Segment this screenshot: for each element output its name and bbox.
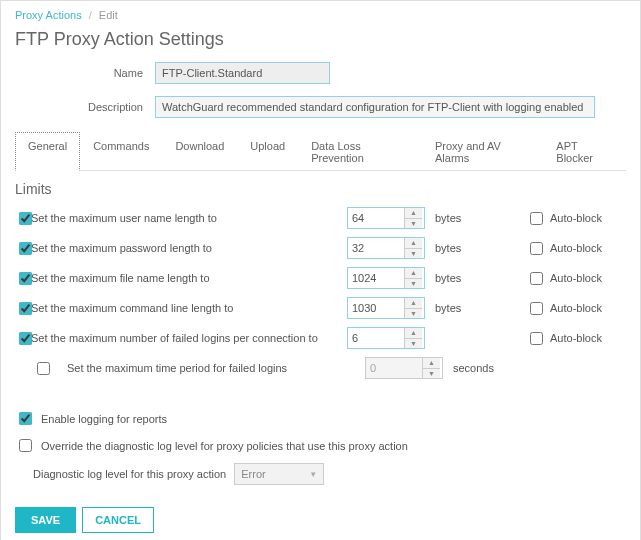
limit-label: Set the maximum file name length to bbox=[31, 272, 347, 284]
limit-label: Set the maximum user name length to bbox=[31, 212, 347, 224]
enable-logging-checkbox[interactable] bbox=[19, 412, 32, 425]
log-level-row: Diagnostic log level for this proxy acti… bbox=[33, 463, 626, 485]
limit-value-input[interactable] bbox=[348, 208, 404, 228]
autoblock-cell: Auto-block bbox=[526, 269, 626, 288]
limit-value-input[interactable] bbox=[348, 268, 404, 288]
description-input[interactable] bbox=[155, 96, 595, 118]
spinner-up-icon[interactable]: ▲ bbox=[405, 238, 422, 249]
spinner-up-icon[interactable]: ▲ bbox=[405, 328, 422, 339]
limit-unit: seconds bbox=[445, 362, 505, 374]
limit-value-input bbox=[366, 358, 422, 378]
cancel-button[interactable]: CANCEL bbox=[82, 507, 154, 533]
spinner-up-icon[interactable]: ▲ bbox=[405, 298, 422, 309]
limit-row: Set the maximum user name length to▲▼byt… bbox=[15, 203, 626, 233]
autoblock-checkbox[interactable] bbox=[530, 302, 543, 315]
page-container: Proxy Actions / Edit FTP Proxy Action Se… bbox=[0, 0, 641, 540]
spinner-up-icon: ▲ bbox=[423, 358, 440, 369]
autoblock-cell: Auto-block bbox=[526, 299, 626, 318]
limit-label: Set the maximum time period for failed l… bbox=[67, 362, 365, 374]
limit-row: Set the maximum password length to▲▼byte… bbox=[15, 233, 626, 263]
limit-value-input[interactable] bbox=[348, 298, 404, 318]
enable-logging-label: Enable logging for reports bbox=[41, 413, 167, 425]
tab-apt-blocker[interactable]: APT Blocker bbox=[543, 132, 626, 171]
name-input[interactable] bbox=[155, 62, 330, 84]
limit-unit: bytes bbox=[427, 242, 487, 254]
breadcrumb-link[interactable]: Proxy Actions bbox=[15, 9, 82, 21]
tab-commands[interactable]: Commands bbox=[80, 132, 162, 171]
limit-spinner[interactable]: ▲▼ bbox=[347, 267, 425, 289]
override-log-checkbox[interactable] bbox=[19, 439, 32, 452]
limit-value-input[interactable] bbox=[348, 238, 404, 258]
limit-label: Set the maximum command line length to bbox=[31, 302, 347, 314]
limit-label: Set the maximum number of failed logins … bbox=[31, 332, 347, 344]
limit-checkbox[interactable] bbox=[37, 362, 50, 375]
chevron-down-icon: ▼ bbox=[309, 470, 317, 479]
autoblock-cell: Auto-block bbox=[526, 329, 626, 348]
breadcrumb-sep: / bbox=[89, 9, 92, 21]
log-level-value: Error bbox=[241, 468, 265, 480]
limit-row: Set the maximum file name length to▲▼byt… bbox=[15, 263, 626, 293]
limit-row: Set the maximum number of failed logins … bbox=[15, 323, 626, 353]
autoblock-label: Auto-block bbox=[550, 242, 602, 254]
limits-list: Set the maximum user name length to▲▼byt… bbox=[15, 203, 626, 383]
description-label: Description bbox=[15, 101, 155, 113]
description-row: Description bbox=[15, 96, 626, 118]
limit-spinner[interactable]: ▲▼ bbox=[347, 207, 425, 229]
page-title: FTP Proxy Action Settings bbox=[15, 29, 626, 50]
limit-unit: bytes bbox=[427, 212, 487, 224]
tab-general[interactable]: General bbox=[15, 132, 80, 171]
log-level-select[interactable]: Error ▼ bbox=[234, 463, 324, 485]
spinner-down-icon[interactable]: ▼ bbox=[405, 249, 422, 259]
tab-proxy-and-av-alarms[interactable]: Proxy and AV Alarms bbox=[422, 132, 543, 171]
limit-row: Set the maximum command line length to▲▼… bbox=[15, 293, 626, 323]
enable-logging-row: Enable logging for reports bbox=[15, 409, 626, 428]
tabs: GeneralCommandsDownloadUploadData Loss P… bbox=[15, 132, 626, 171]
log-level-label: Diagnostic log level for this proxy acti… bbox=[33, 468, 226, 480]
limit-spinner[interactable]: ▲▼ bbox=[347, 327, 425, 349]
override-log-row: Override the diagnostic log level for pr… bbox=[15, 436, 626, 455]
limit-spinner: ▲▼ bbox=[365, 357, 443, 379]
tab-download[interactable]: Download bbox=[162, 132, 237, 171]
autoblock-label: Auto-block bbox=[550, 332, 602, 344]
spinner-down-icon[interactable]: ▼ bbox=[405, 279, 422, 289]
autoblock-label: Auto-block bbox=[550, 302, 602, 314]
limit-spinner[interactable]: ▲▼ bbox=[347, 237, 425, 259]
spinner-down-icon: ▼ bbox=[423, 369, 440, 379]
spinner-down-icon[interactable]: ▼ bbox=[405, 339, 422, 349]
autoblock-label: Auto-block bbox=[550, 212, 602, 224]
autoblock-checkbox[interactable] bbox=[530, 332, 543, 345]
tab-upload[interactable]: Upload bbox=[237, 132, 298, 171]
limit-spinner[interactable]: ▲▼ bbox=[347, 297, 425, 319]
name-row: Name bbox=[15, 62, 626, 84]
override-log-label: Override the diagnostic log level for pr… bbox=[41, 440, 408, 452]
autoblock-checkbox[interactable] bbox=[530, 242, 543, 255]
spinner-down-icon[interactable]: ▼ bbox=[405, 309, 422, 319]
autoblock-cell: Auto-block bbox=[526, 239, 626, 258]
save-button[interactable]: SAVE bbox=[15, 507, 76, 533]
breadcrumb-current: Edit bbox=[99, 9, 118, 21]
breadcrumb: Proxy Actions / Edit bbox=[15, 9, 626, 21]
limit-unit: bytes bbox=[427, 302, 487, 314]
limit-label: Set the maximum password length to bbox=[31, 242, 347, 254]
limit-unit: bytes bbox=[427, 272, 487, 284]
spinner-up-icon[interactable]: ▲ bbox=[405, 268, 422, 279]
limit-row: Set the maximum time period for failed l… bbox=[15, 353, 626, 383]
limits-title: Limits bbox=[15, 181, 626, 197]
spinner-down-icon[interactable]: ▼ bbox=[405, 219, 422, 229]
autoblock-cell: Auto-block bbox=[526, 209, 626, 228]
autoblock-checkbox[interactable] bbox=[530, 272, 543, 285]
autoblock-checkbox[interactable] bbox=[530, 212, 543, 225]
spinner-up-icon[interactable]: ▲ bbox=[405, 208, 422, 219]
limit-value-input[interactable] bbox=[348, 328, 404, 348]
button-bar: SAVE CANCEL bbox=[15, 507, 626, 533]
name-label: Name bbox=[15, 67, 155, 79]
tab-data-loss-prevention[interactable]: Data Loss Prevention bbox=[298, 132, 422, 171]
autoblock-label: Auto-block bbox=[550, 272, 602, 284]
